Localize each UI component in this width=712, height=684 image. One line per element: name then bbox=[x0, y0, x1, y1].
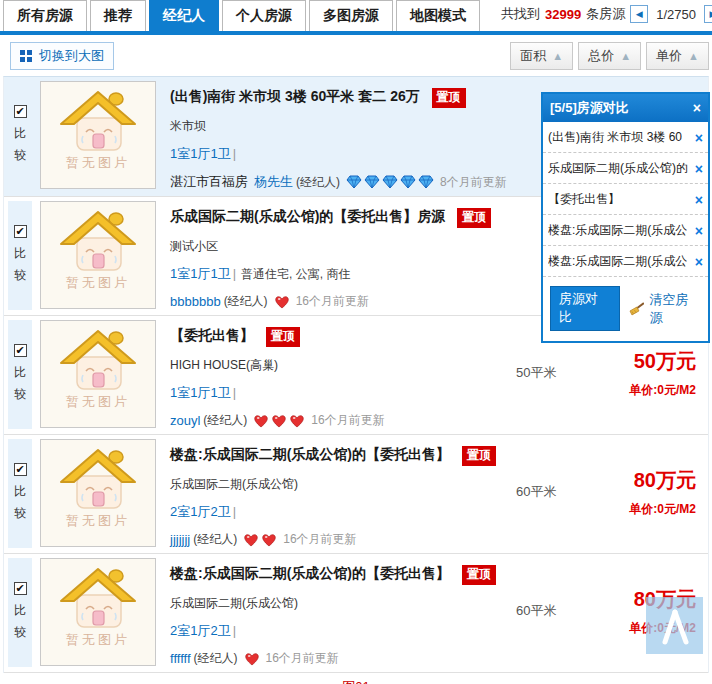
listing-title[interactable]: 楼盘:乐成国际二期(乐成公馆)的【委托出售】 bbox=[170, 565, 450, 581]
sort-up-icon: ▲ bbox=[688, 50, 699, 62]
compare-checkbox-group: ✔ 比较 bbox=[8, 201, 32, 310]
agent-line: bbbbbbb (经纪人) 16个月前更新 bbox=[170, 293, 580, 310]
compare-checkbox[interactable]: ✔ bbox=[14, 463, 27, 476]
compare-label: 比较 bbox=[14, 123, 27, 166]
listing-title[interactable]: 乐成国际二期(乐成公馆)的【委托出售】房源 bbox=[170, 208, 445, 224]
listing-info: 楼盘:乐成国际二期(乐成公馆)的【委托出售】 置顶 乐成国际二期(乐成公馆) 2… bbox=[156, 439, 516, 548]
sort-area-button[interactable]: 面积▲ bbox=[510, 42, 573, 70]
listing-info: 楼盘:乐成国际二期(乐成公馆)的【委托出售】 置顶 乐成国际二期(乐成公馆) 2… bbox=[156, 558, 516, 667]
compare-checkbox[interactable]: ✔ bbox=[14, 344, 27, 357]
listing-rooms[interactable]: 2室1厅2卫 bbox=[170, 504, 231, 519]
no-image-label: 暂无图片 bbox=[66, 154, 130, 172]
next-page-button[interactable]: ▶ bbox=[704, 5, 712, 23]
credit-icons bbox=[346, 175, 434, 189]
pinned-badge: 置顶 bbox=[457, 208, 491, 228]
pinned-badge: 置顶 bbox=[432, 88, 466, 108]
no-image-house-icon bbox=[59, 210, 137, 272]
compare-checkbox[interactable]: ✔ bbox=[14, 225, 27, 238]
listing-price: 50万元 bbox=[580, 348, 696, 375]
sort-area-label: 面积 bbox=[520, 47, 546, 65]
listing-layout-line: 1室1厅1卫| bbox=[170, 384, 516, 402]
listing-photo-placeholder[interactable]: 暂无图片 bbox=[40, 439, 156, 547]
listing-rooms[interactable]: 1室1厅1卫 bbox=[170, 385, 231, 400]
agent-link[interactable]: zouyl bbox=[170, 413, 200, 428]
agent-link[interactable]: 杨先生 bbox=[254, 173, 293, 191]
clear-listings-link[interactable]: 清空房源 bbox=[629, 291, 701, 327]
switch-to-big-image-button[interactable]: 切换到大图 bbox=[10, 42, 114, 70]
switch-label: 切换到大图 bbox=[39, 47, 104, 65]
compare-panel: [5/5]房源对比 × (出售)南街 米市坝 3楼 60 × 乐成国际二期(乐成… bbox=[541, 92, 710, 343]
listing-rooms[interactable]: 2室1厅2卫 bbox=[170, 623, 231, 638]
agent-link[interactable]: jjjjjjj bbox=[170, 532, 190, 547]
compare-checkbox[interactable]: ✔ bbox=[14, 582, 27, 595]
listing-rooms[interactable]: 1室1厅1卫 bbox=[170, 146, 231, 161]
listing-photo-placeholder[interactable]: 暂无图片 bbox=[40, 320, 156, 428]
compare-item-remove-icon[interactable]: × bbox=[695, 161, 703, 177]
no-image-label: 暂无图片 bbox=[66, 393, 130, 411]
compare-panel-items: (出售)南街 米市坝 3楼 60 × 乐成国际二期(乐成公馆)的 × 【委托出售… bbox=[543, 122, 708, 277]
tab-item[interactable]: 多图房源 bbox=[309, 0, 393, 31]
compare-item-remove-icon[interactable]: × bbox=[695, 192, 703, 208]
listing-unit-price: 单价:0元/M2 bbox=[580, 382, 696, 399]
tab-item[interactable]: 经纪人 bbox=[149, 0, 219, 31]
compare-label: 比较 bbox=[14, 362, 27, 405]
no-image-house-icon bbox=[59, 567, 137, 629]
sort-unit-price-button[interactable]: 单价▲ bbox=[646, 42, 709, 70]
compare-label: 比较 bbox=[14, 243, 27, 286]
agent-link[interactable]: bbbbbbb bbox=[170, 294, 221, 309]
results-prefix: 共找到 bbox=[501, 5, 540, 23]
agent-role-label: (经纪人) bbox=[194, 650, 238, 667]
listing-area: 50平米 bbox=[516, 364, 580, 382]
tab-item[interactable]: 地图模式 bbox=[396, 0, 480, 31]
prev-page-button[interactable]: ◀ bbox=[630, 5, 648, 23]
compare-item-title: 楼盘:乐成国际二期(乐成公 bbox=[548, 222, 687, 239]
listing-unit-price: 单价:0元/M2 bbox=[580, 501, 696, 518]
page-number: 1/2750 bbox=[656, 7, 696, 22]
no-image-label: 暂无图片 bbox=[66, 274, 130, 292]
listing-community: 米市坝 bbox=[170, 118, 580, 135]
listing-property-types: 普通住宅, 公寓, 商住 bbox=[241, 267, 350, 281]
results-suffix: 条房源 bbox=[586, 5, 625, 23]
sort-up-icon: ▲ bbox=[620, 50, 631, 62]
agent-line: ffffff (经纪人) 16个月前更新 bbox=[170, 650, 516, 667]
sort-total-price-button[interactable]: 总价▲ bbox=[578, 42, 641, 70]
listing-title[interactable]: 【委托出售】 bbox=[170, 327, 254, 343]
listing-photo-placeholder[interactable]: 暂无图片 bbox=[40, 201, 156, 309]
credit-icons bbox=[243, 533, 277, 547]
grid-icon bbox=[20, 50, 32, 62]
tab-item[interactable]: 所有房源 bbox=[3, 0, 87, 31]
compare-checkbox[interactable]: ✔ bbox=[14, 105, 27, 118]
tab-item[interactable]: 推荐 bbox=[90, 0, 146, 31]
compare-panel-item: 【委托出售】 × bbox=[543, 184, 708, 215]
listing-rooms[interactable]: 1室1厅1卫 bbox=[170, 266, 231, 281]
separator-pipe: | bbox=[233, 266, 236, 281]
agent-role-label: (经纪人) bbox=[203, 412, 247, 429]
listing-photo-placeholder[interactable]: 暂无图片 bbox=[40, 558, 156, 666]
tab-item[interactable]: 个人房源 bbox=[222, 0, 306, 31]
compare-submit-button[interactable]: 房源对比 bbox=[550, 286, 620, 331]
agent-link[interactable]: ffffff bbox=[170, 651, 191, 666]
listing-layout-line: 2室1厅2卫| bbox=[170, 503, 516, 521]
compare-item-remove-icon[interactable]: × bbox=[695, 130, 703, 146]
sort-up-icon: ▲ bbox=[552, 50, 563, 62]
listing-price-group: 80万元 单价:0元/M2 bbox=[580, 439, 708, 518]
listing-info: 乐成国际二期(乐成公馆)的【委托出售】房源 置顶 测试小区 1室1厅1卫|普通住… bbox=[156, 201, 580, 310]
compare-panel-item: 楼盘:乐成国际二期(乐成公 × bbox=[543, 246, 708, 277]
listing-photo-placeholder[interactable]: 暂无图片 bbox=[40, 81, 156, 189]
page: 所有房源推荐经纪人个人房源多图房源地图模式 共找到32999条房源 ◀ 1/27… bbox=[0, 0, 712, 684]
panel-close-icon[interactable]: × bbox=[693, 102, 701, 114]
compare-panel-item: (出售)南街 米市坝 3楼 60 × bbox=[543, 122, 708, 153]
compare-checkbox-group: ✔ 比较 bbox=[8, 320, 32, 429]
back-to-top-button[interactable] bbox=[646, 597, 703, 654]
pinned-badge: 置顶 bbox=[266, 327, 300, 347]
sort-total-price-label: 总价 bbox=[588, 47, 614, 65]
listing-title[interactable]: 楼盘:乐成国际二期(乐成公馆)的【委托出售】 bbox=[170, 446, 450, 462]
agent-line: zouyl (经纪人) 16个月前更新 bbox=[170, 412, 516, 429]
compare-item-remove-icon[interactable]: × bbox=[695, 254, 703, 270]
compare-item-remove-icon[interactable]: × bbox=[695, 223, 703, 239]
compare-item-title: 【委托出售】 bbox=[548, 191, 620, 208]
listing-title[interactable]: (出售)南街 米市坝 3楼 60平米 套二 26万 bbox=[170, 88, 420, 104]
listing-layout-line: 1室1厅1卫| bbox=[170, 145, 580, 163]
listing-row: ✔ 比较 暂无图片 楼盘:乐成国际二期(乐成公馆)的【委托出售】 置顶 乐成国际… bbox=[4, 435, 708, 554]
listing-area: 60平米 bbox=[516, 483, 580, 501]
